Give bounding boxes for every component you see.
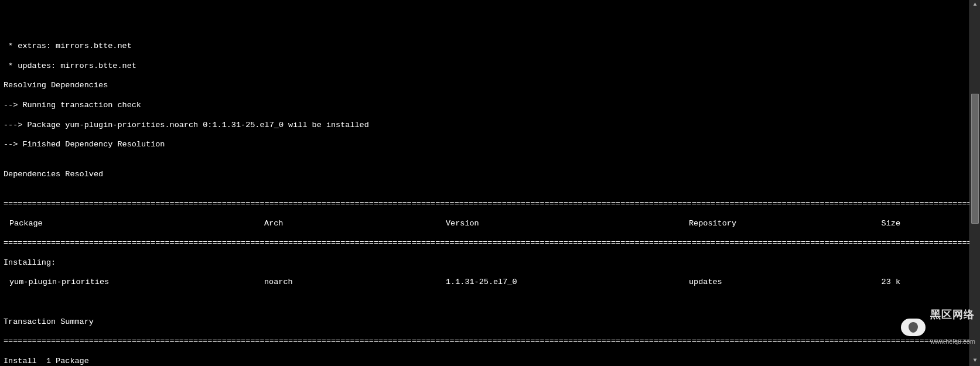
watermark-text: 黑区网络 www.heiqu.com: [930, 292, 975, 362]
watermark: 黑区网络 www.heiqu.com: [901, 292, 975, 362]
output-line: --> Finished Dependency Resolution: [4, 140, 976, 150]
output-line: * updates: mirrors.btte.net: [4, 61, 976, 71]
blank-line: [4, 297, 976, 307]
install-count: Install 1 Package: [4, 357, 976, 366]
cell-arch: noarch: [264, 278, 446, 288]
table-row: yum-plugin-priorities noarch 1.1.31-25.e…: [4, 278, 976, 288]
col-header-arch: Arch: [264, 219, 446, 229]
installing-label: Installing:: [4, 258, 976, 268]
watermark-title: 黑区网络: [930, 309, 975, 321]
table-header-row: Package Arch Version Repository Size: [4, 219, 976, 229]
output-line: ---> Package yum-plugin-priorities.noarc…: [4, 121, 976, 131]
cell-package: yum-plugin-priorities: [4, 278, 264, 288]
col-header-size: Size: [876, 219, 976, 229]
cell-repository: updates: [689, 278, 876, 288]
scrollbar-thumb[interactable]: [971, 94, 979, 224]
transaction-summary-label: Transaction Summary: [4, 317, 976, 327]
col-header-version: Version: [446, 219, 689, 229]
cell-version: 1.1.31-25.el7_0: [446, 278, 689, 288]
watermark-url: www.heiqu.com: [930, 338, 975, 345]
divider: ========================================…: [4, 199, 976, 209]
scroll-up-arrow-icon[interactable]: ▲: [970, 0, 980, 10]
output-line: Dependencies Resolved: [4, 170, 976, 180]
watermark-logo-icon: [901, 319, 926, 336]
col-header-package: Package: [4, 219, 264, 229]
output-line: --> Running transaction check: [4, 101, 976, 111]
divider: ========================================…: [4, 337, 976, 347]
cell-size: 23 k: [876, 278, 976, 288]
output-line: Resolving Dependencies: [4, 81, 976, 91]
divider: ========================================…: [4, 238, 976, 248]
output-line: * extras: mirrors.btte.net: [4, 42, 976, 52]
col-header-repository: Repository: [689, 219, 876, 229]
